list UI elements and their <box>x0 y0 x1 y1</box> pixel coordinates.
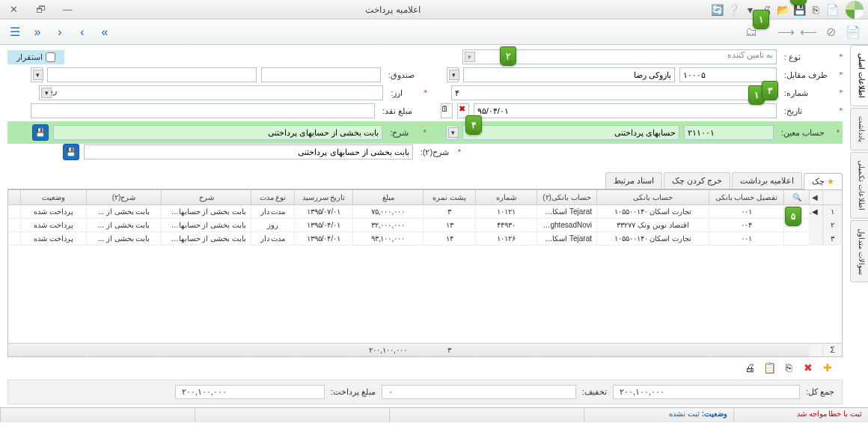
grid-footer: Σ ۳ ۲۰۰,۱۰۰,۰۰۰ <box>8 343 842 356</box>
palette-icon[interactable]: 🗂۱ <box>742 23 760 41</box>
badge-4: ۴ <box>465 115 482 135</box>
col-sharh[interactable]: شرح <box>161 190 251 204</box>
grid-body: ۱◀۰۰۱تجارت اسکان ۱۰۵۵۰۰۱۴۰Tejarat اسکان.… <box>8 205 842 246</box>
col-vaz[interactable]: وضعیت <box>20 190 86 204</box>
tarafe-code-input[interactable] <box>679 67 777 82</box>
col-sharh2[interactable]: شرح(۲) <box>86 190 161 204</box>
chevron-down-icon[interactable]: ▾ <box>465 52 475 62</box>
save-row-icon[interactable]: 💾 <box>32 124 49 141</box>
col-posht[interactable]: پشت نمره <box>423 190 475 204</box>
col-tafsil[interactable]: تفصیل حساب بانکی <box>709 190 783 204</box>
col-bank[interactable]: حساب بانکی <box>596 190 709 204</box>
takhfif-label: تخفیف: <box>582 387 607 397</box>
totals-bar: جمع کل: ۲۰۰,۱۰۰,۰۰۰ تخفیف: ۰ مبلغ پرداخت… <box>7 380 843 404</box>
esteghrar-check[interactable]: استقرار <box>7 50 64 64</box>
last-icon[interactable]: » <box>96 23 114 41</box>
table-row[interactable]: ۳۰۰۱تجارت اسکان ۱۰۵۵۰۰۱۴۰Tejarat اسکان..… <box>8 232 842 246</box>
status-state: وضعیت: ثبت نشده <box>584 408 733 422</box>
badge-2: ۲ <box>500 46 516 66</box>
sharh-label: شرح: <box>387 128 417 138</box>
sharh2-input[interactable] <box>84 145 413 159</box>
statusbar: ثبت با خطا مواجه شد وضعیت: ثبت نشده <box>0 407 868 422</box>
toolbar: 📄 ⊘ ⟵ ⟶ 🗂۱ » › ‹ « ☰ <box>0 19 868 45</box>
cancel-icon[interactable]: ⊘ <box>822 23 840 41</box>
badge-5: ۵ <box>785 207 801 226</box>
col-mablagh[interactable]: مبلغ <box>352 190 423 204</box>
minimize-button[interactable]: — <box>58 3 76 16</box>
sandogh-input[interactable] <box>261 67 381 82</box>
titlebar: ✕ 🗗 — اعلامیه پرداخت 🔄 ❔ ▾ 🖨 📂 💾۶ ⎘ 📄 <box>0 0 868 19</box>
tab-check[interactable]: ★ چک <box>804 173 843 189</box>
print-row-icon[interactable]: 🖨 <box>742 360 757 375</box>
grid-header: ◀ 🔍 تفصیل حساب بانکی حساب بانکی حساب بان… <box>8 190 842 205</box>
tarafe-name-input[interactable] <box>463 67 675 82</box>
shomare-input[interactable] <box>451 85 777 100</box>
mablagh-label: مبلغ پرداخت: <box>331 387 376 397</box>
badge-3: ۳ <box>762 81 778 100</box>
hesab-moein-label: حساب معین: <box>778 128 831 138</box>
sandogh-label: صندوق: <box>385 70 423 80</box>
new-doc-icon[interactable]: 📄 <box>844 23 862 41</box>
tarikh-label: تاریخ: <box>781 106 834 116</box>
hesab-lookup[interactable]: ▾ <box>446 125 458 140</box>
col-search[interactable]: 🔍 <box>783 190 809 204</box>
add-row-icon[interactable]: ✚ <box>820 360 835 375</box>
table-row[interactable]: ۲۰۰۴اقتصاد نوین ونک ۳۳۲۷۷EghtesadNovi...… <box>8 219 842 232</box>
sharh-input[interactable] <box>53 125 382 140</box>
grid: ۵ ◀ 🔍 تفصیل حساب بانکی حساب بانکی حساب ب… <box>7 189 843 357</box>
app-logo-icon <box>846 1 864 19</box>
delete-row-icon[interactable]: ✖ <box>801 360 816 375</box>
takhfif-value[interactable]: ۰ <box>382 385 576 399</box>
save-row2-icon[interactable]: 💾 <box>63 144 79 160</box>
mablagh-naghd-input[interactable] <box>31 103 375 118</box>
copy-row-icon[interactable]: ⎘ <box>781 360 796 375</box>
help-icon[interactable]: ❔ <box>726 2 741 17</box>
status-error: ثبت با خطا مواجه شد <box>733 408 868 422</box>
tab-kharj[interactable]: خرج کردن چک <box>664 172 730 189</box>
sandogh-lookup[interactable]: ▾ <box>31 67 43 82</box>
form-area: ۱ ۲ ۳ ۴ * نوع : به تامین کننده ▾ استقرار… <box>0 45 868 168</box>
table-row[interactable]: ۱◀۰۰۱تجارت اسکان ۱۰۵۵۰۰۱۴۰Tejarat اسکان.… <box>8 205 842 219</box>
next-icon[interactable]: › <box>73 23 91 41</box>
prev-icon[interactable]: ‹ <box>51 23 69 41</box>
refresh-icon[interactable]: 🔄 <box>709 2 724 17</box>
side-tab-faq[interactable]: سوالات متداول <box>850 220 868 283</box>
col-nom[interactable]: نوع مدت <box>251 190 294 204</box>
col-bank2[interactable]: حساب بانکی(۲) <box>537 190 596 204</box>
mablagh-naghd-label: مبلغ نقد: <box>379 106 417 116</box>
save-icon[interactable]: 💾۶ <box>792 2 807 17</box>
shomare-label: شماره: <box>781 88 834 98</box>
sharh2-label: شرح(۲): <box>418 148 452 157</box>
type-label: نوع : <box>781 52 834 62</box>
mablagh-value: ۲۰۰,۱۰۰,۰۰۰ <box>175 385 325 399</box>
prev-doc-icon[interactable]: ⟵ <box>799 23 817 41</box>
window-title: اعلامیه پرداخت <box>76 4 709 15</box>
restore-button[interactable]: 🗗 <box>31 3 49 16</box>
col-num[interactable]: شماره <box>475 190 537 204</box>
sandogh-name-input[interactable] <box>47 67 257 82</box>
calendar-icon[interactable]: 🗓 <box>441 103 453 118</box>
col-date[interactable]: تاریخ سررسید <box>294 190 352 204</box>
req-star: * <box>840 52 843 61</box>
new-icon[interactable]: 📄 <box>825 2 840 17</box>
grid-actions: ✚ ✖ ⎘ 📋 🖨 <box>7 357 843 378</box>
arz-combo[interactable]: ریال▾ <box>39 85 383 100</box>
tarafe-lookup[interactable]: ▾ <box>447 67 459 82</box>
first-icon[interactable]: « <box>28 23 46 41</box>
open-icon[interactable]: 📂 <box>775 2 790 17</box>
arz-label: ارز: <box>388 88 418 98</box>
list-icon[interactable]: ☰ <box>6 23 24 41</box>
saveas-icon[interactable]: ⎘ <box>808 2 823 17</box>
tab-asnad[interactable]: اسناد مرتبط <box>605 172 662 189</box>
jam-label: جمع کل: <box>806 387 834 397</box>
tarafe-label: طرف مقابل: <box>781 70 834 80</box>
hesab-name-input[interactable] <box>462 125 679 140</box>
close-button[interactable]: ✕ <box>4 3 22 16</box>
hesab-moein-row: * حساب معین: ▾ * شرح: 💾 <box>7 121 843 144</box>
paste-row-icon[interactable]: 📋 <box>762 360 777 375</box>
tab-elam[interactable]: اعلامیه برداشت <box>732 172 802 189</box>
next-doc-icon[interactable]: ⟶ <box>777 23 795 41</box>
tarikh-input[interactable] <box>474 103 777 118</box>
jam-value: ۲۰۰,۱۰۰,۰۰۰ <box>613 385 800 399</box>
hesab-code-input[interactable] <box>684 125 774 140</box>
